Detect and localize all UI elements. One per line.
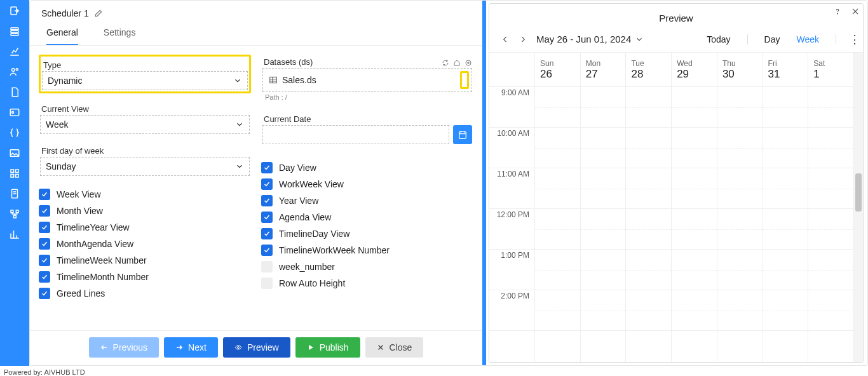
close-button[interactable]: Close <box>365 337 424 358</box>
checkbox-checked-icon[interactable] <box>39 189 50 200</box>
publish-button[interactable]: Publish <box>295 337 360 358</box>
checkbox-row[interactable]: TimelineWeek Number <box>39 252 251 269</box>
checkbox-row[interactable]: Greed Lines <box>39 285 251 302</box>
calendar-cell[interactable] <box>535 290 580 331</box>
calendar-cell[interactable] <box>763 128 808 168</box>
next-week-icon[interactable] <box>519 35 527 44</box>
sidebar-grid-icon[interactable] <box>9 168 20 179</box>
date-range[interactable]: May 26 - Jun 01, 2024 <box>536 34 644 44</box>
refresh-icon[interactable] <box>442 58 449 65</box>
checkbox-checked-icon[interactable] <box>39 288 50 299</box>
calendar-cell[interactable] <box>626 168 671 209</box>
calendar-cell[interactable] <box>763 168 808 209</box>
preview-button[interactable]: Preview <box>223 337 290 358</box>
day-header[interactable]: Wed29 <box>672 53 717 87</box>
calendar-cell[interactable] <box>581 128 626 168</box>
checkbox-row[interactable]: WorkWeek View <box>261 176 473 192</box>
sidebar-bars-icon[interactable] <box>9 229 20 240</box>
day-header[interactable]: Mon27 <box>581 53 626 87</box>
vertical-scrollbar[interactable] <box>854 53 863 362</box>
calendar-cell[interactable] <box>626 128 671 168</box>
calendar-cell[interactable] <box>808 128 853 168</box>
calendar-cell[interactable] <box>535 209 580 250</box>
checkbox-checked-icon[interactable] <box>39 271 50 283</box>
calendar-cell[interactable] <box>808 87 853 128</box>
type-select[interactable]: Dynamic <box>42 71 248 90</box>
tab-settings[interactable]: Settings <box>104 27 136 45</box>
sidebar-tree-icon[interactable] <box>9 208 20 220</box>
calendar-cell[interactable] <box>672 87 717 128</box>
first-day-select[interactable]: Sunday <box>40 157 250 176</box>
checkbox-checked-icon[interactable] <box>39 205 50 217</box>
calendar-cell[interactable] <box>535 250 580 290</box>
checkbox-row[interactable]: MonthAgenda View <box>39 236 251 252</box>
checkbox-checked-icon[interactable] <box>261 178 273 190</box>
sidebar-chart-icon[interactable] <box>9 46 20 57</box>
current-date-input[interactable] <box>262 125 449 144</box>
calendar-cell[interactable] <box>717 87 763 128</box>
calendar-button[interactable] <box>453 125 472 144</box>
calendar-cell[interactable] <box>535 128 580 168</box>
sidebar-file-icon[interactable] <box>9 86 20 98</box>
view-day-link[interactable]: Day <box>761 34 784 44</box>
calendar-cell[interactable] <box>581 250 626 290</box>
sidebar-export-icon[interactable] <box>9 5 20 17</box>
checkbox-checked-icon[interactable] <box>261 211 273 223</box>
checkbox-checked-icon[interactable] <box>261 228 273 239</box>
day-header[interactable]: Tue28 <box>626 53 671 87</box>
checkbox-row[interactable]: Day View <box>261 159 473 176</box>
calendar-cell[interactable] <box>626 290 671 331</box>
sidebar-image-icon[interactable] <box>9 147 20 159</box>
calendar-cell[interactable] <box>626 209 671 250</box>
calendar-cell[interactable] <box>626 87 671 128</box>
prev-week-icon[interactable] <box>501 35 510 44</box>
calendar-cell[interactable] <box>672 128 717 168</box>
sidebar-card-icon[interactable] <box>9 107 20 118</box>
checkbox-checked-icon[interactable] <box>39 222 50 233</box>
calendar-cell[interactable] <box>581 87 626 128</box>
calendar-cell[interactable] <box>672 290 717 331</box>
edit-title-icon[interactable] <box>94 9 103 18</box>
day-header[interactable]: Fri31 <box>763 53 808 87</box>
sidebar-db-icon[interactable] <box>9 25 20 37</box>
sidebar-braces-icon[interactable] <box>9 127 20 138</box>
checkbox-row[interactable]: Row Auto Height <box>261 275 473 292</box>
checkbox-row[interactable]: Week View <box>39 186 251 203</box>
more-menu-icon[interactable]: ⋮ <box>849 36 851 43</box>
datasets-select[interactable]: Sales.ds <box>262 68 472 92</box>
close-icon[interactable] <box>851 7 860 16</box>
today-link[interactable]: Today <box>703 34 734 44</box>
checkbox-row[interactable]: TimelineMonth Number <box>39 269 251 285</box>
calendar-cell[interactable] <box>535 168 580 209</box>
calendar-cell[interactable] <box>581 168 626 209</box>
calendar-cell[interactable] <box>763 290 808 331</box>
checkbox-row[interactable]: Year View <box>261 192 473 209</box>
checkbox-row[interactable]: week_number <box>261 258 473 275</box>
home-icon[interactable] <box>453 58 461 65</box>
checkbox-checked-icon[interactable] <box>39 238 50 250</box>
checkbox-checked-icon[interactable] <box>261 162 273 173</box>
calendar-cell[interactable] <box>717 250 763 290</box>
checkbox-checked-icon[interactable] <box>39 255 50 266</box>
calendar-cell[interactable] <box>763 250 808 290</box>
calendar-cell[interactable] <box>717 290 763 331</box>
checkbox-row[interactable]: TimelineDay View <box>261 225 473 242</box>
tab-general[interactable]: General <box>46 27 78 45</box>
calendar-cell[interactable] <box>626 250 671 290</box>
calendar-cell[interactable] <box>672 168 717 209</box>
checkbox-unchecked-icon[interactable] <box>261 261 273 272</box>
day-header[interactable]: Thu30 <box>717 53 763 87</box>
calendar-cell[interactable] <box>808 168 853 209</box>
next-button[interactable]: Next <box>164 337 218 358</box>
view-week-link[interactable]: Week <box>792 34 823 44</box>
calendar-cell[interactable] <box>717 168 763 209</box>
calendar-cell[interactable] <box>763 87 808 128</box>
checkbox-unchecked-icon[interactable] <box>261 278 273 289</box>
sidebar-doc-icon[interactable] <box>9 188 20 199</box>
calendar-cell[interactable] <box>808 250 853 290</box>
checkbox-checked-icon[interactable] <box>261 195 273 206</box>
calendar-cell[interactable] <box>717 128 763 168</box>
day-header[interactable]: Sat1 <box>808 53 853 87</box>
calendar-cell[interactable] <box>672 250 717 290</box>
checkbox-row[interactable]: Agenda View <box>261 209 473 225</box>
